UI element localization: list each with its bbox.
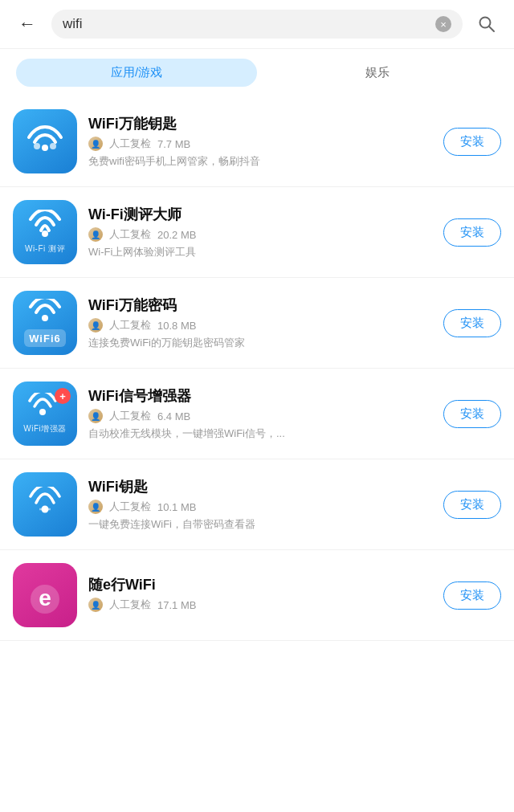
app-name: WiFi信号增强器 (88, 386, 432, 406)
app-desc: Wi-Fi上网体验测评工具 (88, 245, 432, 259)
app-size: 6.4 MB (157, 410, 190, 422)
verified-icon: 👤 (88, 500, 103, 514)
app-meta: 👤 人工复检 20.2 MB (88, 227, 432, 242)
verified-label: 人工复检 (109, 500, 151, 514)
svg-point-2 (42, 145, 48, 151)
svg-point-5 (42, 231, 48, 237)
svg-line-1 (489, 27, 494, 31)
svg-text:e: e (39, 586, 51, 610)
back-icon: ← (18, 14, 36, 35)
svg-point-7 (39, 409, 46, 415)
app-size: 17.1 MB (157, 599, 196, 611)
search-icon (478, 15, 496, 33)
verified-icon: 👤 (88, 137, 103, 151)
app-info: Wi-Fi测评大师 👤 人工复检 20.2 MB Wi-Fi上网体验测评工具 (88, 205, 432, 259)
app-icon[interactable] (13, 109, 77, 173)
install-button[interactable]: 安装 (443, 218, 501, 247)
verified-label: 人工复检 (109, 137, 151, 151)
app-meta: 👤 人工复检 10.8 MB (88, 318, 432, 333)
search-button[interactable] (472, 10, 501, 39)
app-size: 7.7 MB (157, 138, 190, 150)
app-desc: 免费wifi密码手机上网管家，畅刷抖音 (88, 154, 432, 169)
verified-label: 人工复检 (109, 227, 151, 242)
install-button[interactable]: 安装 (443, 581, 501, 610)
app-name: WiFi钥匙 (88, 477, 432, 496)
verified-icon: 👤 (88, 409, 103, 423)
tab-apps[interactable]: 应用/游戏 (16, 59, 257, 87)
install-button[interactable]: 安装 (443, 128, 501, 156)
app-name: Wi-Fi测评大师 (88, 205, 432, 224)
app-desc: 连接免费WiFi的万能钥匙密码管家 (88, 336, 432, 350)
app-icon[interactable]: WiFi增强器 + (13, 382, 77, 446)
app-meta: 👤 人工复检 6.4 MB (88, 409, 432, 423)
list-item: WiFi增强器 + WiFi信号增强器 👤 人工复检 6.4 MB 自动校准无线… (0, 369, 514, 459)
app-icon[interactable]: e (13, 563, 77, 627)
app-desc: 自动校准无线模块，一键增强WiFi信号，... (88, 426, 432, 441)
svg-point-4 (50, 143, 56, 149)
install-button[interactable]: 安装 (443, 400, 501, 428)
category-tabs: 应用/游戏 娱乐 (0, 49, 514, 96)
app-size: 10.8 MB (157, 320, 196, 332)
list-item: e 随e行WiFi 👤 人工复检 17.1 MB 安装 (0, 550, 514, 641)
svg-point-6 (42, 315, 48, 321)
app-info: 随e行WiFi 👤 人工复检 17.1 MB (88, 575, 432, 615)
verified-label: 人工复检 (109, 598, 151, 612)
app-info: WiFi信号增强器 👤 人工复检 6.4 MB 自动校准无线模块，一键增强WiF… (88, 386, 432, 441)
app-icon[interactable]: Wi-Fi 测评 (13, 200, 77, 264)
plus-badge: + (55, 388, 71, 404)
app-info: WiFi万能密码 👤 人工复检 10.8 MB 连接免费WiFi的万能钥匙密码管… (88, 296, 432, 350)
list-item: Wi-Fi 测评 Wi-Fi测评大师 👤 人工复检 20.2 MB Wi-Fi上… (0, 187, 514, 278)
verified-icon: 👤 (88, 598, 103, 612)
clear-button[interactable]: × (435, 16, 451, 32)
list-item: WiFi钥匙 👤 人工复检 10.1 MB 一键免费连接WiFi，自带密码查看器… (0, 459, 514, 550)
app-desc: 一键免费连接WiFi，自带密码查看器 (88, 517, 432, 532)
verified-label: 人工复检 (109, 318, 151, 333)
install-button[interactable]: 安装 (443, 309, 501, 337)
app-size: 10.1 MB (157, 501, 196, 513)
verified-icon: 👤 (88, 227, 103, 242)
list-item: WiFi万能钥匙 👤 人工复检 7.7 MB 免费wifi密码手机上网管家，畅刷… (0, 96, 514, 187)
install-button[interactable]: 安装 (443, 491, 501, 519)
app-meta: 👤 人工复检 10.1 MB (88, 500, 432, 514)
app-icon[interactable]: WiFi6 (13, 291, 77, 355)
tab-entertainment[interactable]: 娱乐 (257, 59, 498, 87)
app-size: 20.2 MB (157, 229, 196, 241)
clear-icon: × (440, 19, 447, 30)
app-meta: 👤 人工复检 7.7 MB (88, 137, 432, 151)
app-name: WiFi万能密码 (88, 296, 432, 315)
app-icon[interactable] (13, 472, 77, 537)
app-meta: 👤 人工复检 17.1 MB (88, 598, 432, 612)
back-button[interactable]: ← (13, 10, 42, 39)
app-info: WiFi万能钥匙 👤 人工复检 7.7 MB 免费wifi密码手机上网管家，畅刷… (88, 114, 432, 169)
app-info: WiFi钥匙 👤 人工复检 10.1 MB 一键免费连接WiFi，自带密码查看器 (88, 477, 432, 532)
search-input[interactable] (63, 16, 429, 32)
search-bar: × (51, 10, 463, 39)
header: ← × (0, 0, 514, 49)
app-name: 随e行WiFi (88, 575, 432, 594)
verified-label: 人工复检 (109, 409, 151, 423)
list-item: WiFi6 WiFi万能密码 👤 人工复检 10.8 MB 连接免费WiFi的万… (0, 278, 514, 369)
app-list: WiFi万能钥匙 👤 人工复检 7.7 MB 免费wifi密码手机上网管家，畅刷… (0, 96, 514, 641)
app-name: WiFi万能钥匙 (88, 114, 432, 133)
verified-icon: 👤 (88, 318, 103, 333)
svg-point-3 (34, 143, 40, 149)
